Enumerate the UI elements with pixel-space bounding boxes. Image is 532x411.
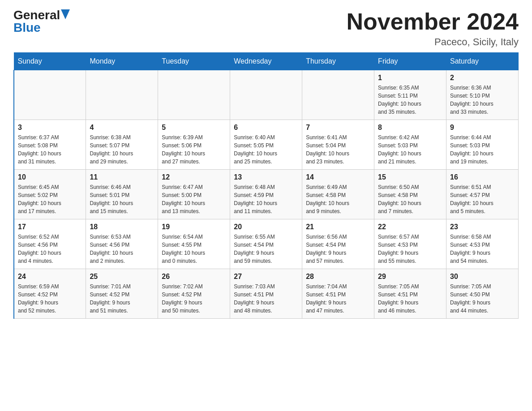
- day-info: Sunrise: 6:53 AMSunset: 4:56 PMDaylight:…: [90, 233, 154, 265]
- day-info: Sunrise: 6:38 AMSunset: 5:07 PMDaylight:…: [90, 133, 154, 166]
- day-header-saturday: Saturday: [446, 53, 519, 70]
- calendar-cell: 19Sunrise: 6:54 AMSunset: 4:55 PMDayligh…: [158, 219, 230, 269]
- day-info: Sunrise: 6:58 AMSunset: 4:53 PMDaylight:…: [450, 233, 515, 265]
- day-info: Sunrise: 6:49 AMSunset: 4:58 PMDaylight:…: [306, 183, 370, 215]
- calendar-week-1: 1Sunrise: 6:35 AMSunset: 5:11 PMDaylight…: [14, 70, 519, 120]
- calendar-cell: 29Sunrise: 7:05 AMSunset: 4:51 PMDayligh…: [374, 269, 446, 319]
- day-info: Sunrise: 6:59 AMSunset: 4:52 PMDaylight:…: [18, 283, 82, 315]
- day-info: Sunrise: 6:51 AMSunset: 4:57 PMDaylight:…: [450, 183, 515, 215]
- day-number: 1: [378, 74, 442, 82]
- calendar-cell: 11Sunrise: 6:46 AMSunset: 5:01 PMDayligh…: [86, 170, 158, 219]
- calendar-cell: 8Sunrise: 6:42 AMSunset: 5:03 PMDaylight…: [374, 120, 446, 170]
- day-info: Sunrise: 6:47 AMSunset: 5:00 PMDaylight:…: [162, 183, 226, 215]
- day-header-tuesday: Tuesday: [158, 53, 230, 70]
- calendar-cell: [14, 70, 86, 120]
- day-number: 30: [450, 273, 515, 281]
- day-info: Sunrise: 6:36 AMSunset: 5:10 PMDaylight:…: [450, 84, 515, 116]
- calendar-header: SundayMondayTuesdayWednesdayThursdayFrid…: [14, 53, 519, 70]
- day-number: 16: [450, 173, 515, 181]
- calendar-cell: 20Sunrise: 6:55 AMSunset: 4:54 PMDayligh…: [230, 219, 302, 269]
- calendar-cell: 1Sunrise: 6:35 AMSunset: 5:11 PMDaylight…: [374, 70, 446, 120]
- month-title: November 2024: [347, 9, 519, 34]
- calendar-cell: 4Sunrise: 6:38 AMSunset: 5:07 PMDaylight…: [86, 120, 158, 170]
- calendar-cell: 13Sunrise: 6:48 AMSunset: 4:59 PMDayligh…: [230, 170, 302, 219]
- calendar-cell: 5Sunrise: 6:39 AMSunset: 5:06 PMDaylight…: [158, 120, 230, 170]
- calendar-cell: 3Sunrise: 6:37 AMSunset: 5:08 PMDaylight…: [14, 120, 86, 170]
- day-info: Sunrise: 6:37 AMSunset: 5:08 PMDaylight:…: [18, 133, 82, 166]
- calendar-week-3: 10Sunrise: 6:45 AMSunset: 5:02 PMDayligh…: [14, 170, 519, 219]
- day-number: 18: [90, 223, 154, 231]
- day-number: 6: [234, 124, 298, 132]
- day-header-wednesday: Wednesday: [230, 53, 302, 70]
- day-info: Sunrise: 6:54 AMSunset: 4:55 PMDaylight:…: [162, 233, 226, 265]
- day-info: Sunrise: 6:40 AMSunset: 5:05 PMDaylight:…: [234, 133, 298, 166]
- day-number: 28: [306, 273, 370, 281]
- calendar-cell: 16Sunrise: 6:51 AMSunset: 4:57 PMDayligh…: [446, 170, 519, 219]
- day-info: Sunrise: 6:52 AMSunset: 4:56 PMDaylight:…: [18, 233, 82, 265]
- day-header-friday: Friday: [374, 53, 446, 70]
- day-number: 22: [378, 223, 442, 231]
- calendar-cell: 30Sunrise: 7:05 AMSunset: 4:50 PMDayligh…: [446, 269, 519, 319]
- day-info: Sunrise: 6:50 AMSunset: 4:58 PMDaylight:…: [378, 183, 442, 215]
- title-section: November 2024 Paceco, Sicily, Italy: [347, 9, 519, 48]
- day-header-thursday: Thursday: [302, 53, 374, 70]
- day-info: Sunrise: 6:44 AMSunset: 5:03 PMDaylight:…: [450, 133, 515, 166]
- calendar-cell: [158, 70, 230, 120]
- day-number: 27: [234, 273, 298, 281]
- day-number: 21: [306, 223, 370, 231]
- day-number: 15: [378, 173, 442, 181]
- day-header-sunday: Sunday: [14, 53, 86, 70]
- calendar-cell: 6Sunrise: 6:40 AMSunset: 5:05 PMDaylight…: [230, 120, 302, 170]
- day-number: 12: [162, 173, 226, 181]
- day-number: 8: [378, 124, 442, 132]
- logo: General Blue: [13, 9, 70, 34]
- calendar-cell: 2Sunrise: 6:36 AMSunset: 5:10 PMDaylight…: [446, 70, 519, 120]
- day-number: 9: [450, 124, 515, 132]
- day-number: 4: [90, 124, 154, 132]
- logo-triangle-icon: [61, 9, 70, 19]
- day-number: 17: [18, 223, 82, 231]
- day-info: Sunrise: 6:42 AMSunset: 5:03 PMDaylight:…: [378, 133, 442, 166]
- calendar-week-2: 3Sunrise: 6:37 AMSunset: 5:08 PMDaylight…: [14, 120, 519, 170]
- location-label: Paceco, Sicily, Italy: [347, 36, 519, 48]
- calendar-cell: 23Sunrise: 6:58 AMSunset: 4:53 PMDayligh…: [446, 219, 519, 269]
- day-info: Sunrise: 7:05 AMSunset: 4:51 PMDaylight:…: [378, 283, 442, 315]
- calendar-cell: 17Sunrise: 6:52 AMSunset: 4:56 PMDayligh…: [14, 219, 86, 269]
- day-info: Sunrise: 6:35 AMSunset: 5:11 PMDaylight:…: [378, 84, 442, 116]
- svg-marker-0: [61, 9, 70, 19]
- day-info: Sunrise: 6:45 AMSunset: 5:02 PMDaylight:…: [18, 183, 82, 215]
- day-info: Sunrise: 7:04 AMSunset: 4:51 PMDaylight:…: [306, 283, 370, 315]
- calendar-cell: 10Sunrise: 6:45 AMSunset: 5:02 PMDayligh…: [14, 170, 86, 219]
- calendar-cell: 28Sunrise: 7:04 AMSunset: 4:51 PMDayligh…: [302, 269, 374, 319]
- day-number: 3: [18, 124, 82, 132]
- day-number: 5: [162, 124, 226, 132]
- day-info: Sunrise: 6:55 AMSunset: 4:54 PMDaylight:…: [234, 233, 298, 265]
- day-number: 10: [18, 173, 82, 181]
- calendar-cell: 26Sunrise: 7:02 AMSunset: 4:52 PMDayligh…: [158, 269, 230, 319]
- calendar-cell: 25Sunrise: 7:01 AMSunset: 4:52 PMDayligh…: [86, 269, 158, 319]
- day-header-monday: Monday: [86, 53, 158, 70]
- day-info: Sunrise: 6:39 AMSunset: 5:06 PMDaylight:…: [162, 133, 226, 166]
- day-number: 29: [378, 273, 442, 281]
- calendar-week-4: 17Sunrise: 6:52 AMSunset: 4:56 PMDayligh…: [14, 219, 519, 269]
- calendar-cell: 27Sunrise: 7:03 AMSunset: 4:51 PMDayligh…: [230, 269, 302, 319]
- day-number: 19: [162, 223, 226, 231]
- day-number: 23: [450, 223, 515, 231]
- calendar-week-5: 24Sunrise: 6:59 AMSunset: 4:52 PMDayligh…: [14, 269, 519, 319]
- day-number: 20: [234, 223, 298, 231]
- calendar-cell: [86, 70, 158, 120]
- day-info: Sunrise: 6:46 AMSunset: 5:01 PMDaylight:…: [90, 183, 154, 215]
- day-info: Sunrise: 6:57 AMSunset: 4:53 PMDaylight:…: [378, 233, 442, 265]
- logo-general-text: General: [13, 9, 60, 21]
- page-header: General Blue November 2024 Paceco, Sicil…: [13, 9, 519, 48]
- calendar-cell: [230, 70, 302, 120]
- day-info: Sunrise: 6:48 AMSunset: 4:59 PMDaylight:…: [234, 183, 298, 215]
- day-number: 13: [234, 173, 298, 181]
- calendar-cell: 14Sunrise: 6:49 AMSunset: 4:58 PMDayligh…: [302, 170, 374, 219]
- day-number: 14: [306, 173, 370, 181]
- calendar-cell: 12Sunrise: 6:47 AMSunset: 5:00 PMDayligh…: [158, 170, 230, 219]
- calendar-cell: 9Sunrise: 6:44 AMSunset: 5:03 PMDaylight…: [446, 120, 519, 170]
- calendar-cell: 15Sunrise: 6:50 AMSunset: 4:58 PMDayligh…: [374, 170, 446, 219]
- calendar-cell: 24Sunrise: 6:59 AMSunset: 4:52 PMDayligh…: [14, 269, 86, 319]
- day-info: Sunrise: 7:02 AMSunset: 4:52 PMDaylight:…: [162, 283, 226, 315]
